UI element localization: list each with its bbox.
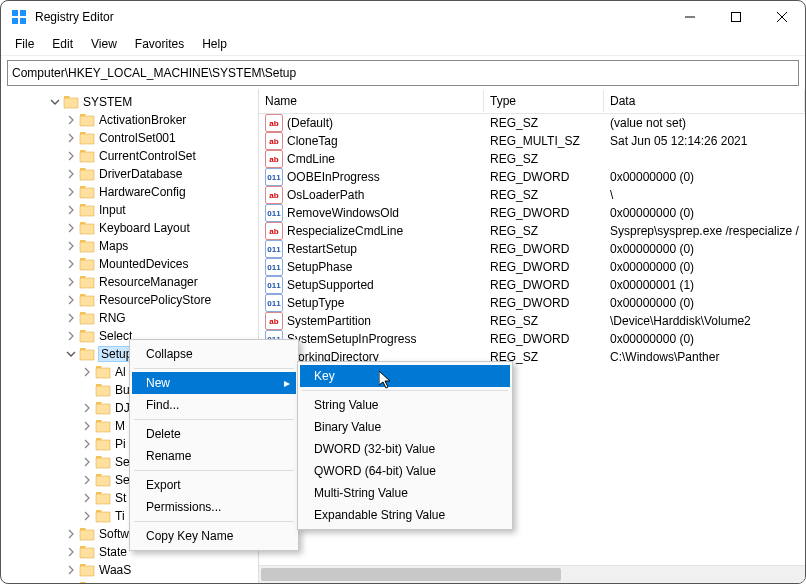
maximize-button[interactable] — [713, 1, 759, 33]
ctx-new-dword[interactable]: DWORD (32-bit) Value — [300, 438, 510, 460]
tree-item-label: CurrentControlSet — [99, 149, 196, 163]
value-name: CmdLine — [287, 152, 335, 166]
chevron-right-icon[interactable] — [81, 510, 93, 522]
column-name[interactable]: Name — [259, 90, 484, 112]
chevron-right-icon[interactable] — [81, 474, 93, 486]
chevron-right-icon[interactable] — [81, 402, 93, 414]
folder-icon — [79, 113, 95, 127]
ctx-new-expandstring[interactable]: Expandable String Value — [300, 504, 510, 526]
tree-item[interactable]: MountedDevices — [1, 255, 258, 273]
chevron-right-icon[interactable] — [65, 528, 77, 540]
menu-favorites[interactable]: Favorites — [127, 35, 192, 53]
ctx-new[interactable]: New▸ — [132, 372, 296, 394]
tree-item-label: Pi — [115, 437, 126, 451]
tree-item[interactable]: DriverDatabase — [1, 165, 258, 183]
string-value-icon: ab — [265, 114, 283, 132]
minimize-button[interactable] — [667, 1, 713, 33]
menu-file[interactable]: File — [7, 35, 42, 53]
tree-item[interactable]: HardwareConfig — [1, 183, 258, 201]
ctx-permissions[interactable]: Permissions... — [132, 496, 296, 518]
ctx-collapse[interactable]: Collapse — [132, 343, 296, 365]
string-value-icon: ab — [265, 150, 283, 168]
tree-item[interactable]: ControlSet001 — [1, 129, 258, 147]
list-row[interactable]: abCloneTagREG_MULTI_SZSat Jun 05 12:14:2… — [259, 132, 805, 150]
ctx-copy-key-name[interactable]: Copy Key Name — [132, 525, 296, 547]
tree-item[interactable]: SYSTEM — [1, 93, 258, 111]
folder-icon — [79, 581, 95, 583]
menu-edit[interactable]: Edit — [44, 35, 81, 53]
chevron-right-icon[interactable] — [81, 456, 93, 468]
list-row[interactable]: abOsLoaderPathREG_SZ\ — [259, 186, 805, 204]
tree-item[interactable]: ResourcePolicyStore — [1, 291, 258, 309]
chevron-right-icon[interactable] — [65, 258, 77, 270]
ctx-find[interactable]: Find... — [132, 394, 296, 416]
chevron-right-icon[interactable] — [65, 150, 77, 162]
chevron-right-icon[interactable] — [81, 366, 93, 378]
chevron-right-icon[interactable] — [81, 420, 93, 432]
chevron-right-icon[interactable] — [65, 330, 77, 342]
close-button[interactable] — [759, 1, 805, 33]
tree-item-label: ResourcePolicyStore — [99, 293, 211, 307]
chevron-right-icon[interactable] — [65, 582, 77, 583]
ctx-new-key[interactable]: Key — [300, 365, 510, 387]
column-data[interactable]: Data — [604, 90, 805, 112]
chevron-right-icon[interactable] — [65, 294, 77, 306]
list-row[interactable]: abRespecializeCmdLineREG_SZSysprep\syspr… — [259, 222, 805, 240]
tree-item[interactable]: Keyboard Layout — [1, 219, 258, 237]
chevron-right-icon[interactable] — [65, 168, 77, 180]
chevron-right-icon[interactable] — [65, 186, 77, 198]
list-row[interactable]: 011SetupPhaseREG_DWORD0x00000000 (0) — [259, 258, 805, 276]
chevron-right-icon[interactable] — [81, 384, 93, 396]
menu-help[interactable]: Help — [194, 35, 235, 53]
list-row[interactable]: 011SystemSetupInProgressREG_DWORD0x00000… — [259, 330, 805, 348]
chevron-down-icon[interactable] — [65, 348, 77, 360]
ctx-rename[interactable]: Rename — [132, 445, 296, 467]
list-row[interactable]: abCmdLineREG_SZ — [259, 150, 805, 168]
list-row[interactable]: 011RestartSetupREG_DWORD0x00000000 (0) — [259, 240, 805, 258]
column-type[interactable]: Type — [484, 90, 604, 112]
list-row[interactable]: 011SetupTypeREG_DWORD0x00000000 (0) — [259, 294, 805, 312]
chevron-right-icon[interactable] — [65, 222, 77, 234]
tree-item[interactable]: WaaS — [1, 561, 258, 579]
chevron-right-icon[interactable] — [65, 204, 77, 216]
folder-icon — [79, 275, 95, 289]
tree-item[interactable]: RNG — [1, 309, 258, 327]
ctx-export[interactable]: Export — [132, 474, 296, 496]
list-row[interactable]: ab(Default)REG_SZ(value not set) — [259, 114, 805, 132]
list-row[interactable]: abSystemPartitionREG_SZ\Device\Harddisk\… — [259, 312, 805, 330]
ctx-new-binary[interactable]: Binary Value — [300, 416, 510, 438]
horizontal-scrollbar[interactable] — [259, 565, 805, 583]
ctx-new-multistring[interactable]: Multi-String Value — [300, 482, 510, 504]
folder-icon — [95, 473, 111, 487]
tree-item[interactable]: ResourceManager — [1, 273, 258, 291]
value-data: \Device\Harddisk\Volume2 — [604, 314, 805, 328]
tree-item[interactable]: CurrentControlSet — [1, 147, 258, 165]
menu-view[interactable]: View — [83, 35, 125, 53]
tree-item[interactable]: Input — [1, 201, 258, 219]
binary-value-icon: 011 — [265, 276, 283, 294]
ctx-new-string[interactable]: String Value — [300, 394, 510, 416]
chevron-right-icon[interactable] — [65, 132, 77, 144]
chevron-right-icon[interactable] — [65, 564, 77, 576]
chevron-right-icon[interactable] — [65, 276, 77, 288]
chevron-right-icon[interactable] — [65, 114, 77, 126]
tree-item[interactable]: WPA — [1, 579, 258, 583]
address-bar[interactable]: Computer\HKEY_LOCAL_MACHINE\SYSTEM\Setup — [7, 60, 799, 86]
chevron-right-icon[interactable] — [65, 240, 77, 252]
chevron-right-icon[interactable] — [81, 492, 93, 504]
ctx-new-qword[interactable]: QWORD (64-bit) Value — [300, 460, 510, 482]
list-row[interactable]: 011RemoveWindowsOldREG_DWORD0x00000000 (… — [259, 204, 805, 222]
chevron-right-icon[interactable] — [81, 438, 93, 450]
chevron-down-icon[interactable] — [49, 96, 61, 108]
ctx-delete[interactable]: Delete — [132, 423, 296, 445]
value-type: REG_DWORD — [484, 170, 604, 184]
list-row[interactable]: 011SetupSupportedREG_DWORD0x00000001 (1) — [259, 276, 805, 294]
chevron-right-icon[interactable] — [65, 312, 77, 324]
tree-item[interactable]: ActivationBroker — [1, 111, 258, 129]
chevron-right-icon[interactable] — [65, 546, 77, 558]
list-row[interactable]: 011OOBEInProgressREG_DWORD0x00000000 (0) — [259, 168, 805, 186]
folder-icon — [95, 383, 111, 397]
tree-item-label: Se — [115, 455, 130, 469]
tree-item[interactable]: Maps — [1, 237, 258, 255]
scrollbar-thumb[interactable] — [261, 568, 561, 581]
